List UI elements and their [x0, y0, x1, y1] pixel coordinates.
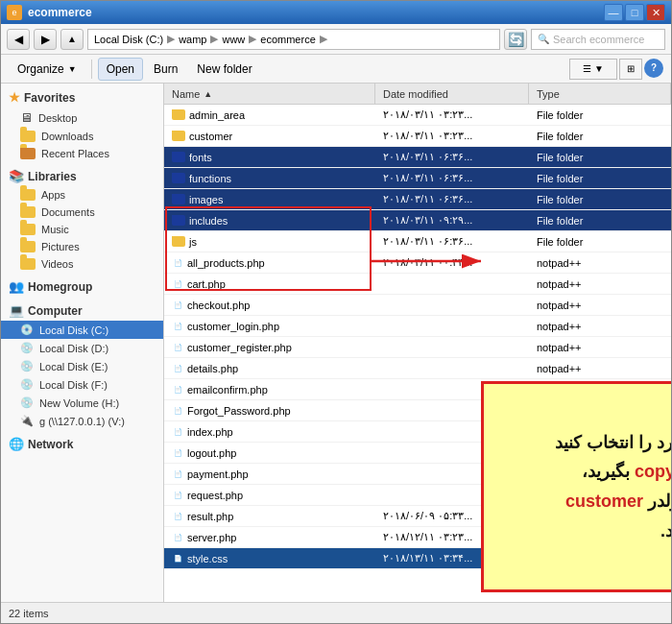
documents-label: Documents — [41, 206, 95, 218]
file-name-text: all_products.php — [187, 257, 265, 269]
organize-button[interactable]: Organize ▼ — [9, 58, 85, 81]
file-name-text: details.php — [187, 363, 238, 374]
file-doc-icon: 📄 — [172, 531, 183, 544]
favorites-header[interactable]: ★ Favorites — [1, 87, 163, 108]
minimize-button[interactable]: — — [604, 4, 623, 21]
file-row[interactable]: images۲۰۱۸/۰۳/۱۱ ۰۶:۳۶...File folder — [164, 189, 671, 210]
network-drive-icon: 🔌 — [20, 415, 34, 427]
sidebar-item-local-disk-f[interactable]: 💿 Local Disk (F:) — [1, 375, 163, 394]
computer-header[interactable]: 💻 Computer — [1, 300, 163, 321]
help-button[interactable]: ? — [644, 59, 663, 78]
file-cell-name: 📄Forgot_Password.php — [164, 404, 375, 418]
file-row[interactable]: admin_area۲۰۱۸/۰۳/۱۱ ۰۳:۲۳...File folder — [164, 105, 671, 126]
file-row[interactable]: 📄checkout.phpnotpad++ — [164, 295, 671, 316]
file-row[interactable]: 📄all_products.php۲۰۱۸/۰۳/۱۱ ۰۰:۴۴...notp… — [164, 252, 671, 274]
file-doc-icon: 📄 — [172, 425, 183, 439]
file-row[interactable]: customer۲۰۱۸/۰۳/۱۱ ۰۳:۲۳...File folder — [164, 126, 671, 147]
col-header-name[interactable]: Name ▲ — [164, 84, 375, 104]
network-label: Network — [28, 438, 73, 451]
file-doc-icon: 📄 — [172, 362, 183, 375]
annotation-line3: سپس فولدر customer — [555, 487, 671, 516]
new-folder-button[interactable]: New folder — [188, 58, 260, 81]
file-name-text: checkout.php — [187, 300, 250, 311]
window-icon: e — [7, 5, 22, 20]
file-row[interactable]: fonts۲۰۱۸/۰۳/۱۱ ۰۶:۳۶...File folder — [164, 147, 671, 168]
computer-section: 💻 Computer 💿 Local Disk (C:) 💿 Local Dis… — [1, 300, 163, 430]
sidebar-item-videos[interactable]: Videos — [1, 255, 163, 273]
sidebar-item-local-disk-c[interactable]: 💿 Local Disk (C:) — [1, 321, 163, 339]
sidebar-item-documents[interactable]: Documents — [1, 204, 163, 221]
file-cell-type: File folder — [529, 131, 671, 142]
sidebar-item-recent-places[interactable]: Recent Places — [1, 145, 163, 162]
file-cell-type: File folder — [529, 215, 671, 227]
sidebar-item-new-volume[interactable]: 💿 New Volume (H:) — [1, 394, 163, 412]
col-header-date[interactable]: Date modified — [375, 84, 529, 104]
file-cell-name: 📄logout.php — [164, 446, 375, 460]
annotation-line1: این ۵ مورد را انتخاب کنید — [555, 428, 671, 458]
videos-label: Videos — [41, 258, 73, 270]
pictures-label: Pictures — [41, 241, 80, 252]
file-name-text: server.php — [187, 532, 236, 543]
file-name-text: customer_register.php — [187, 342, 292, 353]
homegroup-section: 👥 Homegroup — [1, 276, 163, 297]
file-row[interactable]: 📄cart.phpnotpad++ — [164, 274, 671, 295]
annotation-line4: را باز کنید. — [555, 516, 671, 546]
back-button[interactable]: ◀ — [7, 29, 30, 50]
folder-icon — [172, 173, 185, 183]
sidebar-item-apps[interactable]: Apps — [1, 186, 163, 204]
sidebar-item-music[interactable]: Music — [1, 221, 163, 238]
folder-icon — [172, 215, 185, 226]
sidebar-item-pictures[interactable]: Pictures — [1, 238, 163, 255]
file-doc-icon: 📄 — [172, 299, 183, 312]
libraries-label: Libraries — [28, 170, 77, 183]
sidebar-item-local-disk-d[interactable]: 💿 Local Disk (D:) — [1, 339, 163, 357]
search-placeholder: Search ecommerce — [553, 34, 644, 45]
file-cell-date: ۲۰۱۸/۰۳/۱۱ ۰۹:۲۹... — [375, 214, 529, 227]
path-sep-4: ▶ — [320, 33, 327, 45]
file-row[interactable]: 📄customer_login.phpnotpad++ — [164, 316, 671, 337]
file-row[interactable]: includes۲۰۱۸/۰۳/۱۱ ۰۹:۲۹...File folder — [164, 210, 671, 231]
favorites-icon: ★ — [9, 90, 20, 105]
file-doc-icon: 📄 — [172, 552, 183, 565]
file-row[interactable]: js۲۰۱۸/۰۳/۱۱ ۰۶:۳۶...File folder — [164, 231, 671, 252]
burn-button[interactable]: Burn — [145, 58, 186, 81]
col-header-type[interactable]: Type — [529, 84, 671, 104]
sidebar-item-network-drive[interactable]: 🔌 g (\\127.0.0.1) (V:) — [1, 412, 163, 430]
address-path[interactable]: Local Disk (C:) ▶ wamp ▶ www ▶ ecommerce… — [87, 29, 500, 50]
open-label: Open — [107, 62, 134, 76]
search-box[interactable]: 🔍 Search ecommerce — [531, 29, 665, 50]
sidebar-item-desktop[interactable]: 🖥 Desktop — [1, 108, 163, 128]
libraries-header[interactable]: 📚 Libraries — [1, 166, 163, 186]
view-toggle-button[interactable]: ⊞ — [619, 59, 642, 80]
homegroup-header[interactable]: 👥 Homegroup — [1, 276, 163, 297]
local-disk-c-icon: 💿 — [20, 324, 34, 336]
desktop-icon: 🖥 — [20, 110, 33, 125]
file-row[interactable]: 📄customer_register.phpnotpad++ — [164, 337, 671, 358]
file-doc-icon: 📄 — [172, 404, 183, 418]
file-cell-type: File folder — [529, 173, 671, 184]
up-button[interactable]: ▲ — [60, 29, 84, 50]
file-name-text: images — [189, 194, 223, 205]
forward-button[interactable]: ▶ — [34, 29, 57, 50]
computer-label: Computer — [28, 304, 83, 318]
annotation-line2: و از آنها copy بگیرید، — [555, 457, 671, 487]
apps-folder-icon — [20, 189, 36, 201]
search-icon: 🔍 — [538, 34, 549, 44]
network-section: 🌐 Network — [1, 434, 163, 454]
sidebar-item-downloads[interactable]: Downloads — [1, 128, 163, 145]
file-area: Name ▲ Date modified Type admin_area۲۰۱۸… — [164, 84, 671, 602]
close-button[interactable]: ✕ — [646, 4, 665, 21]
network-header[interactable]: 🌐 Network — [1, 434, 163, 454]
file-doc-icon: 📄 — [172, 446, 183, 460]
open-button[interactable]: Open — [98, 58, 143, 81]
file-cell-name: functions — [164, 173, 375, 184]
file-row[interactable]: 📄details.phpnotpad++ — [164, 358, 671, 379]
sidebar-item-local-disk-e[interactable]: 💿 Local Disk (E:) — [1, 357, 163, 375]
refresh-button[interactable]: 🔄 — [504, 29, 527, 50]
computer-icon: 💻 — [9, 303, 24, 318]
file-row[interactable]: functions۲۰۱۸/۰۳/۱۱ ۰۶:۳۶...File folder — [164, 168, 671, 189]
toolbar: Organize ▼ Open Burn New folder ☰ ▼ ⊞ ? — [1, 55, 671, 84]
maximize-button[interactable]: □ — [625, 4, 644, 21]
file-cell-name: 📄request.php — [164, 489, 375, 502]
view-menu-button[interactable]: ☰ ▼ — [569, 59, 617, 80]
